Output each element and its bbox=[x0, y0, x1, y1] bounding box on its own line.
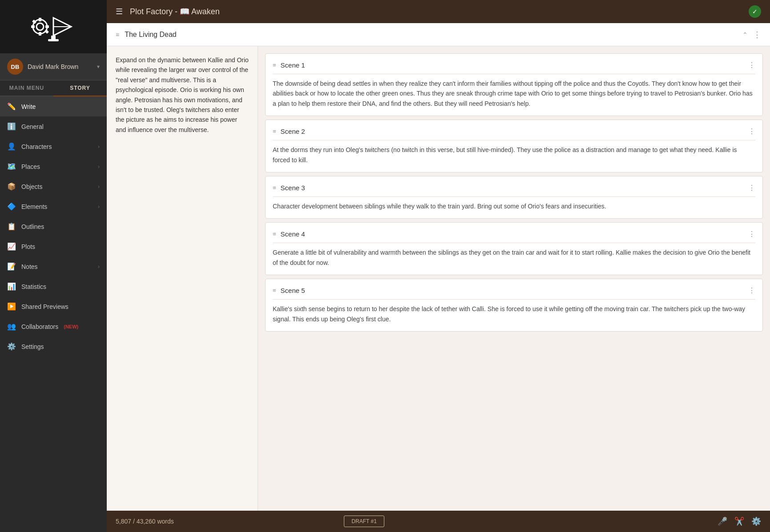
shared-previews-icon: ▶️ bbox=[7, 302, 16, 311]
sidebar-item-write[interactable]: ✏️ Write bbox=[0, 96, 107, 116]
sidebar-item-label: Characters bbox=[21, 143, 52, 150]
tab-main-menu[interactable]: MAIN MENU bbox=[0, 80, 53, 96]
scene-text: Generate a little bit of vulnerability a… bbox=[273, 248, 755, 268]
sidebar-item-notes[interactable]: 📝 Notes › bbox=[0, 256, 107, 276]
episode-summary-text: Expand on the dynamic between Kallie and… bbox=[116, 55, 249, 135]
sidebar-item-objects[interactable]: 📦 Objects › bbox=[0, 176, 107, 196]
sync-status-icon: ✓ bbox=[749, 5, 761, 18]
sidebar-item-outlines[interactable]: 📋 Outlines bbox=[0, 216, 107, 236]
app-logo bbox=[27, 9, 80, 44]
chapter-title: The Living Dead bbox=[125, 31, 737, 39]
sidebar-item-collaborators[interactable]: 👥 Collaborators (NEW) bbox=[0, 316, 107, 336]
chevron-down-icon: ▾ bbox=[97, 64, 100, 70]
sidebar-item-shared-previews[interactable]: ▶️ Shared Previews bbox=[0, 296, 107, 316]
sidebar-item-plots[interactable]: 📈 Plots bbox=[0, 236, 107, 256]
draft-badge[interactable]: DRAFT #1 bbox=[344, 516, 384, 527]
svg-rect-3 bbox=[39, 32, 41, 36]
scene-card: ≡ Scene 5 ⋮ Kallie's sixth sense begins … bbox=[265, 279, 763, 332]
sidebar-item-label: General bbox=[21, 123, 44, 130]
topbar: ☰ Plot Factory - 📖 Awaken ✓ bbox=[107, 0, 770, 23]
scene-more-options-icon[interactable]: ⋮ bbox=[748, 61, 755, 69]
status-icons: 🎤 ✂️ ⚙️ bbox=[718, 516, 761, 526]
scene-title: Scene 4 bbox=[281, 230, 744, 238]
tab-story[interactable]: STORY bbox=[53, 80, 107, 96]
settings-icon[interactable]: ⚙️ bbox=[751, 516, 761, 526]
settings-icon: ⚙️ bbox=[7, 342, 16, 351]
elements-icon: 🔷 bbox=[7, 202, 16, 211]
scene-divider bbox=[273, 140, 755, 140]
places-icon: 🗺️ bbox=[7, 162, 16, 171]
sidebar-item-statistics[interactable]: 📊 Statistics bbox=[0, 276, 107, 296]
svg-rect-7 bbox=[44, 29, 49, 34]
new-badge: (NEW) bbox=[64, 324, 78, 329]
sidebar-tabs: MAIN MENU STORY bbox=[0, 80, 107, 96]
scene-title: Scene 3 bbox=[281, 184, 744, 192]
sidebar-item-elements[interactable]: 🔷 Elements › bbox=[0, 196, 107, 216]
chevron-right-icon: › bbox=[98, 204, 100, 210]
svg-rect-10 bbox=[51, 36, 56, 40]
sidebar-item-label: Notes bbox=[21, 263, 38, 270]
collapse-icon[interactable]: ⌃ bbox=[742, 31, 748, 38]
scene-card: ≡ Scene 1 ⋮ The downside of being dead s… bbox=[265, 53, 763, 116]
scene-header: ≡ Scene 5 ⋮ bbox=[273, 286, 755, 295]
collaborators-icon: 👥 bbox=[7, 322, 16, 331]
sidebar-item-settings[interactable]: ⚙️ Settings bbox=[0, 336, 107, 356]
drag-handle-icon: ≡ bbox=[273, 128, 276, 135]
chevron-right-icon: › bbox=[98, 144, 100, 150]
sidebar-item-label: Write bbox=[21, 103, 36, 110]
chevron-right-icon: › bbox=[98, 164, 100, 170]
sidebar: DB David Mark Brown ▾ MAIN MENU STORY ✏️… bbox=[0, 0, 107, 532]
sidebar-item-label: Shared Previews bbox=[21, 303, 69, 310]
microphone-icon[interactable]: 🎤 bbox=[718, 516, 727, 526]
svg-point-1 bbox=[36, 23, 44, 30]
episode-summary-panel: Expand on the dynamic between Kallie and… bbox=[107, 46, 258, 511]
scenes-panel: ≡ Scene 1 ⋮ The downside of being dead s… bbox=[258, 46, 770, 511]
characters-icon: 👤 bbox=[7, 142, 16, 151]
menu-icon[interactable]: ☰ bbox=[116, 7, 123, 16]
chevron-right-icon: › bbox=[98, 264, 100, 270]
svg-rect-5 bbox=[45, 25, 49, 28]
scene-card: ≡ Scene 2 ⋮ At the dorms they run into O… bbox=[265, 120, 763, 172]
sidebar-item-label: Collaborators bbox=[21, 323, 58, 330]
drag-handle-icon: ≡ bbox=[273, 62, 276, 68]
user-name: David Mark Brown bbox=[28, 63, 93, 70]
scene-text: Kallie's sixth sense begins to return to… bbox=[273, 304, 755, 324]
scene-header: ≡ Scene 2 ⋮ bbox=[273, 127, 755, 136]
scene-header: ≡ Scene 4 ⋮ bbox=[273, 230, 755, 238]
scene-divider bbox=[273, 299, 755, 300]
sidebar-item-label: Objects bbox=[21, 183, 42, 190]
chapter-header: ≡ The Living Dead ⌃ ⋮ bbox=[107, 23, 770, 46]
drag-handle-icon: ≡ bbox=[273, 287, 276, 294]
drag-handle-icon: ≡ bbox=[273, 231, 276, 237]
scene-text: The downside of being dead settles in wh… bbox=[273, 79, 755, 108]
chevron-right-icon: › bbox=[98, 184, 100, 190]
tools-icon[interactable]: ✂️ bbox=[734, 516, 744, 526]
plots-icon: 📈 bbox=[7, 242, 16, 251]
write-icon: ✏️ bbox=[7, 102, 16, 111]
scene-more-options-icon[interactable]: ⋮ bbox=[748, 184, 755, 192]
scene-header: ≡ Scene 3 ⋮ bbox=[273, 184, 755, 192]
scene-title: Scene 5 bbox=[281, 287, 744, 294]
scene-card: ≡ Scene 3 ⋮ Character development betwee… bbox=[265, 176, 763, 219]
outlines-icon: 📋 bbox=[7, 222, 16, 231]
user-profile[interactable]: DB David Mark Brown ▾ bbox=[0, 53, 107, 80]
scene-more-options-icon[interactable]: ⋮ bbox=[748, 127, 755, 136]
sidebar-navigation: ✏️ Write ℹ️ General 👤 Characters › 🗺️ Pl… bbox=[0, 96, 107, 532]
statistics-icon: 📊 bbox=[7, 282, 16, 291]
content-area: Expand on the dynamic between Kallie and… bbox=[107, 46, 770, 511]
scene-header: ≡ Scene 1 ⋮ bbox=[273, 61, 755, 69]
sidebar-item-places[interactable]: 🗺️ Places › bbox=[0, 156, 107, 176]
sidebar-item-label: Statistics bbox=[21, 283, 46, 290]
main-content: ☰ Plot Factory - 📖 Awaken ✓ ≡ The Living… bbox=[107, 0, 770, 532]
scene-more-options-icon[interactable]: ⋮ bbox=[748, 286, 755, 295]
logo-area bbox=[0, 0, 107, 53]
avatar: DB bbox=[7, 59, 23, 75]
scene-more-options-icon[interactable]: ⋮ bbox=[748, 230, 755, 238]
scene-title: Scene 1 bbox=[281, 61, 744, 69]
svg-rect-4 bbox=[31, 25, 35, 28]
sidebar-item-characters[interactable]: 👤 Characters › bbox=[0, 136, 107, 156]
scene-divider bbox=[273, 74, 755, 74]
notes-icon: 📝 bbox=[7, 262, 16, 271]
more-options-icon[interactable]: ⋮ bbox=[753, 30, 761, 40]
sidebar-item-general[interactable]: ℹ️ General bbox=[0, 116, 107, 136]
